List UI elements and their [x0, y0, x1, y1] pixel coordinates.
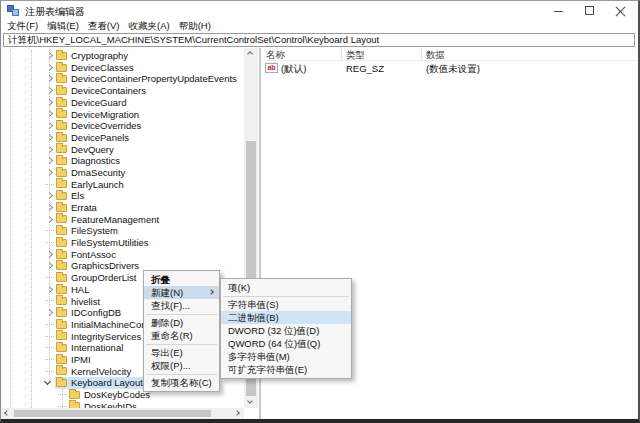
chevron-right-icon[interactable] — [46, 216, 53, 223]
chevron-right-icon[interactable] — [46, 64, 53, 71]
scroll-up-button[interactable] — [245, 48, 256, 59]
registry-editor-window: 注册表编辑器 文件(F)编辑(E)查看(V)收藏夹(A)帮助(H) 计算机\HK… — [0, 0, 640, 423]
tree-item-errata[interactable]: Errata — [1, 202, 244, 214]
tree-node: EarlyLaunch — [55, 179, 127, 191]
tree-node: DmaSecurity — [55, 167, 128, 179]
menubar-item-e[interactable]: 编辑(E) — [47, 20, 79, 33]
column-header-data[interactable]: 数据 — [426, 49, 445, 62]
tree-item-els[interactable]: Els — [1, 190, 244, 202]
value-row-default[interactable]: ab (默认) REG_SZ (数值未设置) — [261, 63, 638, 75]
menu-item-d[interactable]: 删除(D) — [144, 316, 219, 329]
column-header-type[interactable]: 类型 — [346, 49, 365, 62]
tree-item-deviceclasses[interactable]: DeviceClasses — [1, 62, 244, 74]
chevron-right-icon[interactable] — [46, 251, 53, 258]
column-header-name[interactable]: 名称 — [266, 49, 285, 62]
folder-icon — [56, 286, 67, 294]
menubar-item-f[interactable]: 文件(F) — [7, 20, 38, 33]
tree-item-filesystem[interactable]: FileSystem — [1, 225, 244, 237]
menu-item-p[interactable]: 权限(P)... — [144, 359, 219, 372]
tree-item-doskeybids[interactable]: DosKeybIDs — [1, 401, 244, 408]
address-bar-input[interactable]: 计算机\HKEY_LOCAL_MACHINE\SYSTEM\CurrentCon… — [3, 33, 635, 47]
folder-icon — [56, 367, 67, 375]
menu-item-s[interactable]: 字符串值(S) — [221, 298, 351, 311]
column-separator[interactable] — [421, 49, 422, 60]
context-menu: 折叠新建(N)查找(F)...删除(D)重命名(R)导出(E)权限(P)...复… — [143, 270, 220, 392]
tree-item-fontassoc[interactable]: FontAssoc — [1, 249, 244, 261]
tree-item-label: DevQuery — [71, 144, 114, 156]
menu-item-e[interactable]: 可扩充字符串值(E) — [221, 363, 351, 376]
scroll-left-button[interactable] — [1, 408, 12, 419]
menu-item-qword-64-q[interactable]: QWORD (64 位)值(Q) — [221, 337, 351, 350]
menu-item-dword-32-d[interactable]: DWORD (32 位)值(D) — [221, 324, 351, 337]
tree-item-earlylaunch[interactable]: EarlyLaunch — [1, 179, 244, 191]
chevron-right-icon[interactable] — [46, 192, 53, 199]
folder-icon — [56, 379, 67, 387]
tree-item-deviceoverrides[interactable]: DeviceOverrides — [1, 120, 244, 132]
menu-item-r[interactable]: 重命名(R) — [144, 329, 219, 342]
tree-item-cryptography[interactable]: Cryptography — [1, 50, 244, 62]
minimize-button[interactable] — [543, 1, 574, 20]
tree-item-devicecontainers[interactable]: DeviceContainers — [1, 85, 244, 97]
chevron-right-icon[interactable] — [46, 309, 53, 316]
menu-item-n[interactable]: 新建(N) — [144, 286, 219, 299]
chevron-down-icon[interactable] — [44, 378, 51, 385]
folder-icon — [56, 75, 67, 83]
tree-node: KernelVelocity — [55, 366, 134, 378]
chevron-right-icon[interactable] — [46, 204, 53, 211]
scroll-down-button[interactable] — [245, 397, 256, 408]
tree-item-filesystemutilities[interactable]: FileSystemUtilities — [1, 237, 244, 249]
menubar-item-h[interactable]: 帮助(H) — [179, 20, 211, 33]
close-button[interactable] — [605, 1, 636, 20]
chevron-right-icon[interactable] — [46, 122, 53, 129]
chevron-right-icon[interactable] — [46, 99, 53, 106]
chevron-right-icon[interactable] — [46, 145, 53, 152]
menu-item-c[interactable]: 复制项名称(C) — [144, 376, 219, 389]
tree-node: DevQuery — [55, 144, 117, 156]
menu-item-f[interactable]: 查找(F)... — [144, 299, 219, 312]
column-separator[interactable] — [341, 49, 342, 60]
chevron-right-icon[interactable] — [46, 52, 53, 59]
horizontal-scrollbar-thumb[interactable] — [14, 410, 211, 417]
menu-item-k[interactable]: 项(K) — [221, 281, 351, 294]
menu-item-[interactable]: 折叠 — [144, 273, 219, 286]
folder-icon — [56, 321, 67, 329]
tree-item-devicemigration[interactable]: DeviceMigration — [1, 108, 244, 120]
tree-item-devicepanels[interactable]: DevicePanels — [1, 132, 244, 144]
chevron-right-icon[interactable] — [46, 169, 53, 176]
chevron-right-icon[interactable] — [46, 110, 53, 117]
tree-node: DeviceOverrides — [55, 120, 144, 132]
chevron-right-icon[interactable] — [46, 75, 53, 82]
menubar-item-v[interactable]: 查看(V) — [88, 20, 120, 33]
folder-icon — [56, 180, 67, 188]
maximize-button[interactable] — [574, 1, 605, 20]
chevron-right-icon[interactable] — [46, 87, 53, 94]
tree-item-devicecontainerpropertyupdateevents[interactable]: DeviceContainerPropertyUpdateEvents — [1, 73, 244, 85]
folder-icon — [56, 145, 67, 153]
folder-icon — [56, 227, 67, 235]
tree-item-label: hivelist — [71, 296, 100, 308]
tree-item-label: GraphicsDrivers — [71, 260, 139, 272]
window-title: 注册表编辑器 — [25, 5, 85, 19]
folder-icon — [56, 122, 67, 130]
tree-item-deviceguard[interactable]: DeviceGuard — [1, 97, 244, 109]
tree-item-devquery[interactable]: DevQuery — [1, 144, 244, 156]
chevron-right-icon[interactable] — [46, 134, 53, 141]
menu-item-e[interactable]: 导出(E) — [144, 346, 219, 359]
tree-item-dmasecurity[interactable]: DmaSecurity — [1, 167, 244, 179]
tree-item-label: Cryptography — [71, 50, 128, 62]
menubar-item-a[interactable]: 收藏夹(A) — [128, 20, 169, 33]
tree-item-label: DeviceClasses — [71, 62, 134, 74]
chevron-right-icon[interactable] — [46, 157, 53, 164]
menu-item-m[interactable]: 多字符串值(M) — [221, 350, 351, 363]
chevron-right-icon[interactable] — [46, 286, 53, 293]
tree-item-featuremanagement[interactable]: FeatureManagement — [1, 214, 244, 226]
folder-icon — [56, 204, 67, 212]
tree-node: Els — [55, 190, 87, 202]
chevron-up-icon — [247, 51, 253, 57]
tree-horizontal-scrollbar[interactable] — [1, 408, 244, 419]
tree-item-diagnostics[interactable]: Diagnostics — [1, 155, 244, 167]
scroll-right-button[interactable] — [233, 408, 244, 419]
chevron-right-icon[interactable] — [46, 262, 53, 269]
menu-item-b[interactable]: 二进制值(B) — [221, 311, 351, 324]
folder-icon — [56, 157, 67, 165]
